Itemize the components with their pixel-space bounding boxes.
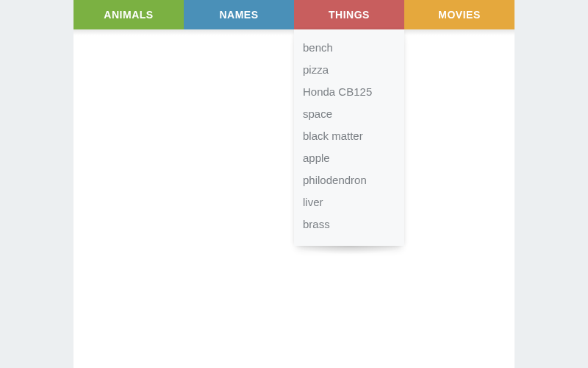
tab-things[interactable]: THINGS — [294, 0, 404, 29]
dropdown-item[interactable]: apple — [294, 147, 404, 169]
tab-animals[interactable]: ANIMALS — [74, 0, 184, 29]
dropdown-item[interactable]: pizza — [294, 59, 404, 81]
dropdown-item-label: liver — [303, 196, 323, 208]
dropdown-item[interactable]: brass — [294, 213, 404, 236]
dropdown-item-label: brass — [303, 218, 330, 230]
dropdown-item-label: black matter — [303, 130, 363, 142]
dropdown-item-label: apple — [303, 152, 330, 164]
dropdown-things: bench pizza Honda CB125 space black matt… — [294, 29, 404, 246]
dropdown-item-label: pizza — [303, 63, 329, 76]
dropdown-item[interactable]: space — [294, 103, 404, 125]
dropdown-item-label: Honda CB125 — [303, 85, 372, 98]
dropdown-item[interactable]: liver — [294, 191, 404, 213]
tab-label: THINGS — [329, 9, 370, 21]
tab-label: ANIMALS — [104, 9, 153, 21]
tab-names[interactable]: NAMES — [184, 0, 294, 29]
dropdown-item[interactable]: philodendron — [294, 169, 404, 191]
tab-label: MOVIES — [438, 9, 480, 21]
dropdown-item-label: bench — [303, 41, 333, 54]
page-container: ANIMALS NAMES THINGS MOVIES bench pizza … — [74, 0, 514, 368]
dropdown-item[interactable]: Honda CB125 — [294, 81, 404, 103]
dropdown-item-label: philodendron — [303, 174, 367, 186]
tab-bar: ANIMALS NAMES THINGS MOVIES — [74, 0, 514, 29]
tab-movies[interactable]: MOVIES — [404, 0, 514, 29]
dropdown-item[interactable]: black matter — [294, 125, 404, 147]
dropdown-item-label: space — [303, 107, 332, 120]
dropdown-item[interactable]: bench — [294, 37, 404, 59]
tab-label: NAMES — [219, 9, 258, 21]
